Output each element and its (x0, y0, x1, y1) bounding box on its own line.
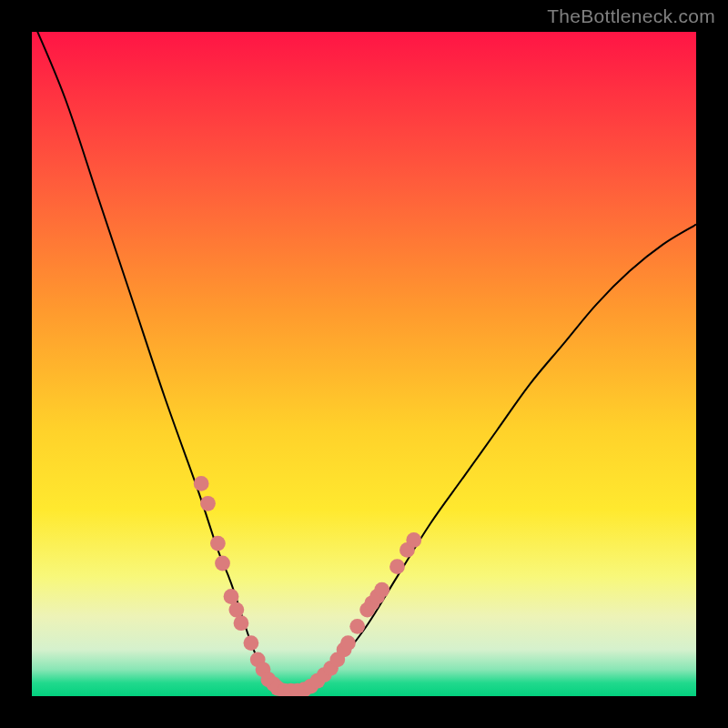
data-marker (340, 635, 356, 651)
data-marker (200, 496, 216, 511)
data-marker (224, 589, 239, 604)
data-marker (215, 556, 230, 571)
bottleneck-curve (32, 32, 696, 693)
data-marker (194, 476, 209, 491)
data-marker (228, 602, 244, 618)
data-marker (349, 619, 365, 634)
data-marker (234, 615, 249, 631)
chart-svg (32, 32, 696, 696)
watermark-text: TheBottleneck.com (547, 5, 715, 27)
data-marker (210, 536, 226, 551)
data-marker (374, 582, 389, 598)
chart-frame: TheBottleneck.com (0, 0, 728, 728)
plot-area (32, 32, 696, 696)
data-markers (194, 476, 421, 696)
data-marker (244, 635, 259, 651)
data-marker (406, 532, 421, 548)
data-marker (389, 559, 405, 574)
